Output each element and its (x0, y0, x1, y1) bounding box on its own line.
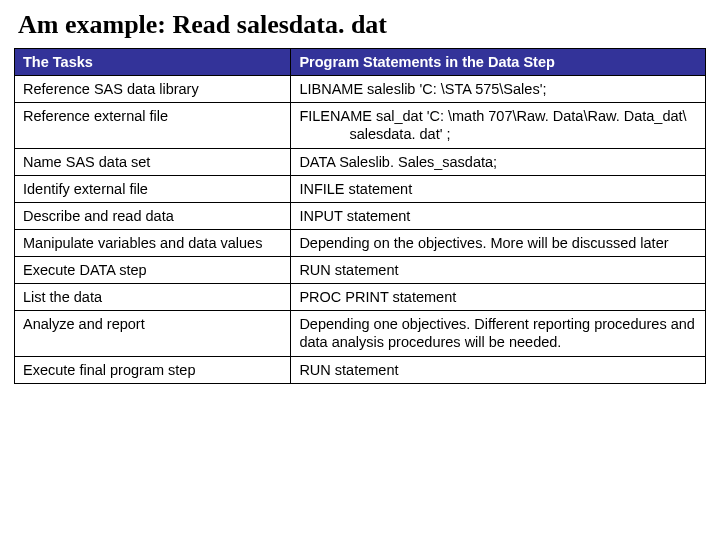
cell-statement: Depending one objectives. Different repo… (291, 311, 706, 356)
table-row: Identify external file INFILE statement (15, 175, 706, 202)
cell-statement: LIBNAME saleslib 'C: \STA 575\Sales'; (291, 76, 706, 103)
table-row: Reference SAS data library LIBNAME sales… (15, 76, 706, 103)
cell-statement: DATA Saleslib. Sales_sasdata; (291, 148, 706, 175)
table-row: Describe and read data INPUT statement (15, 202, 706, 229)
table-row: Reference external file FILENAME sal_dat… (15, 103, 706, 148)
table-row: List the data PROC PRINT statement (15, 284, 706, 311)
slide: Am example: Read salesdata. dat The Task… (0, 0, 720, 384)
cell-statement: INPUT statement (291, 202, 706, 229)
cell-task: Manipulate variables and data values (15, 229, 291, 256)
cell-task: Reference SAS data library (15, 76, 291, 103)
table-row: Name SAS data set DATA Saleslib. Sales_s… (15, 148, 706, 175)
cell-statement: RUN statement (291, 257, 706, 284)
cell-statement: RUN statement (291, 356, 706, 383)
stmt-line1: FILENAME sal_dat 'C: \math 707\Raw. Data… (299, 108, 686, 124)
table-header-row: The Tasks Program Statements in the Data… (15, 49, 706, 76)
cell-task: Reference external file (15, 103, 291, 148)
table-row: Execute DATA step RUN statement (15, 257, 706, 284)
cell-statement: Depending on the objectives. More will b… (291, 229, 706, 256)
cell-task: Execute final program step (15, 356, 291, 383)
slide-title: Am example: Read salesdata. dat (18, 10, 706, 40)
tasks-table: The Tasks Program Statements in the Data… (14, 48, 706, 384)
cell-task: Analyze and report (15, 311, 291, 356)
cell-statement: FILENAME sal_dat 'C: \math 707\Raw. Data… (291, 103, 706, 148)
cell-statement: INFILE statement (291, 175, 706, 202)
cell-task: Identify external file (15, 175, 291, 202)
cell-task: Execute DATA step (15, 257, 291, 284)
table-row: Analyze and report Depending one objecti… (15, 311, 706, 356)
cell-task: Describe and read data (15, 202, 291, 229)
cell-task: Name SAS data set (15, 148, 291, 175)
cell-statement: PROC PRINT statement (291, 284, 706, 311)
header-statements: Program Statements in the Data Step (291, 49, 706, 76)
table-row: Manipulate variables and data values Dep… (15, 229, 706, 256)
header-tasks: The Tasks (15, 49, 291, 76)
stmt-line2: salesdata. dat' ; (299, 125, 697, 143)
cell-task: List the data (15, 284, 291, 311)
table-row: Execute final program step RUN statement (15, 356, 706, 383)
